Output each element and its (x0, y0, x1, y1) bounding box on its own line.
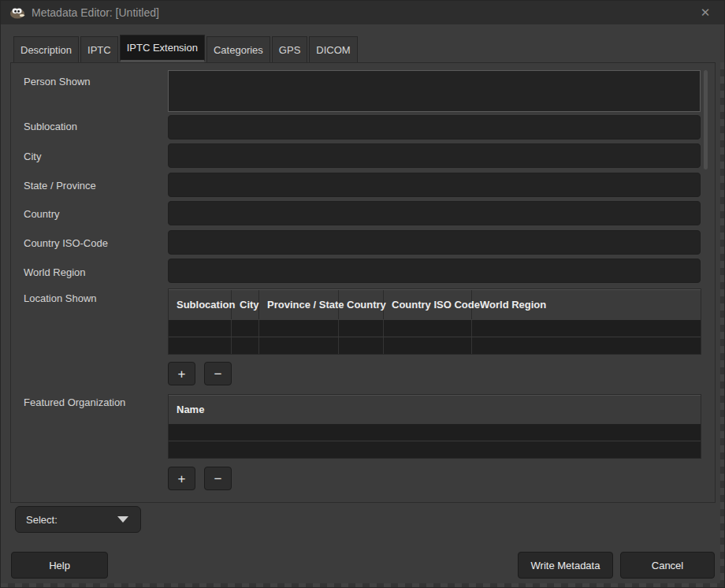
column-header-country: Country (339, 290, 384, 319)
featured-organization-table: Name (168, 394, 701, 459)
location-shown-table-header: Sublocation City Province / State Countr… (169, 289, 701, 319)
tab-bar: Description IPTC IPTC Extension Categori… (13, 35, 358, 62)
column-header-sublocation: Sublocation (169, 290, 232, 319)
featured-organization-table-header: Name (169, 395, 701, 423)
tab-iptc[interactable]: IPTC (80, 36, 118, 62)
column-header-world-region: World Region (472, 290, 701, 319)
table-row[interactable] (169, 441, 701, 458)
column-header-name: Name (169, 396, 701, 423)
column-header-country-iso-code: Country ISO Code (384, 290, 472, 319)
location-shown-add-button[interactable]: + (168, 362, 195, 385)
metadata-editor-window: Metadata Editor: [Untitled] ✕ Descriptio… (0, 0, 725, 588)
gimp-wilber-icon (9, 6, 25, 19)
label-featured-organization: Featured Organization (24, 396, 125, 408)
vertical-scrollbar-thumb[interactable] (704, 70, 708, 169)
featured-organization-remove-button[interactable]: − (204, 467, 232, 490)
help-button[interactable]: Help (11, 552, 108, 579)
featured-organization-add-button[interactable]: + (168, 467, 195, 490)
tab-dicom[interactable]: DICOM (309, 36, 357, 62)
window-right-edge (720, 62, 725, 583)
write-metadata-button[interactable]: Write Metadata (518, 552, 613, 579)
country-input[interactable] (168, 201, 701, 225)
sublocation-input[interactable] (168, 115, 701, 140)
window-title: Metadata Editor: [Untitled] (32, 6, 159, 19)
person-shown-textarea[interactable] (168, 70, 701, 112)
cancel-button[interactable]: Cancel (620, 552, 715, 579)
country-iso-code-input[interactable] (168, 230, 701, 255)
tab-description[interactable]: Description (13, 36, 79, 62)
label-sublocation: Sublocation (24, 121, 77, 132)
location-shown-remove-button[interactable]: − (204, 362, 232, 385)
table-row[interactable] (169, 423, 701, 441)
chevron-down-icon (117, 516, 128, 523)
select-dropdown-label: Select: (26, 514, 58, 526)
window-bottom-edge (1, 583, 724, 588)
titlebar: Metadata Editor: [Untitled] ✕ (1, 1, 724, 24)
column-header-city: City (232, 290, 259, 319)
location-shown-table: Sublocation City Province / State Countr… (168, 288, 701, 355)
label-person-shown: Person Shown (24, 76, 91, 87)
close-icon[interactable]: ✕ (696, 1, 715, 24)
tab-iptc-extension[interactable]: IPTC Extension (120, 35, 205, 62)
city-input[interactable] (168, 143, 701, 168)
select-dropdown[interactable]: Select: (15, 506, 141, 533)
tab-gps[interactable]: GPS (272, 36, 307, 62)
label-country: Country (24, 208, 60, 220)
column-header-province-state: Province / State (259, 290, 339, 319)
label-world-region: World Region (24, 266, 86, 278)
tab-categories[interactable]: Categories (206, 36, 270, 62)
label-state-province: State / Province (24, 180, 96, 192)
label-location-shown: Location Shown (24, 292, 97, 304)
table-row[interactable] (169, 337, 701, 354)
table-row[interactable] (169, 319, 701, 337)
label-country-iso-code: Country ISO-Code (24, 237, 108, 249)
world-region-input[interactable] (168, 259, 701, 283)
state-province-input[interactable] (168, 173, 701, 197)
label-city: City (24, 151, 41, 162)
